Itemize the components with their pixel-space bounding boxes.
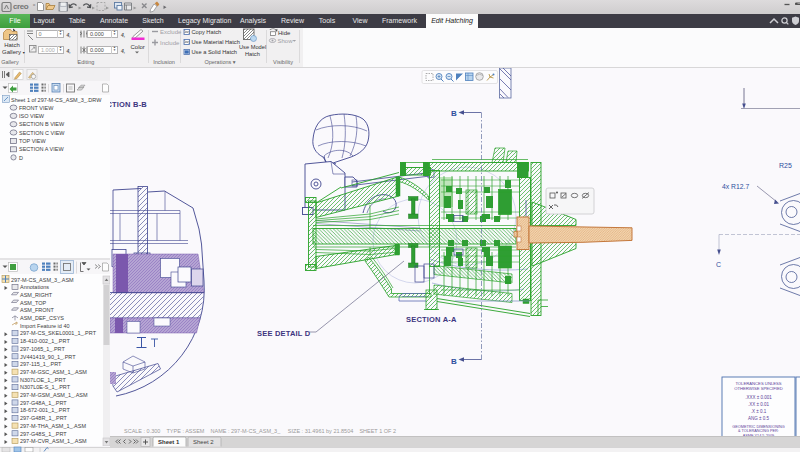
svg-text:297-M-GSC_ASM_1_.ASM: 297-M-GSC_ASM_1_.ASM <box>20 369 87 375</box>
svg-text:Hatch: Hatch <box>245 51 260 57</box>
svg-text:SECTION A-A: SECTION A-A <box>406 315 457 324</box>
svg-text:18-672-001_1_.PRT: 18-672-001_1_.PRT <box>20 407 70 413</box>
svg-text:TOP VIEW: TOP VIEW <box>19 138 47 144</box>
svg-text:Sheet 2: Sheet 2 <box>193 439 214 445</box>
svg-text:ASM_DEF_CSYS: ASM_DEF_CSYS <box>20 315 64 321</box>
svg-text:Import Feature id 40: Import Feature id 40 <box>20 323 70 329</box>
svg-text:4x R12.7: 4x R12.7 <box>722 183 749 190</box>
svg-text:N307LOE_1_.PRT: N307LOE_1_.PRT <box>20 377 66 383</box>
svg-text:.XX ± 0.01: .XX ± 0.01 <box>748 402 769 407</box>
svg-text:C: C <box>716 261 721 268</box>
svg-text:R25: R25 <box>779 162 792 169</box>
svg-text:SEE DETAIL D: SEE DETAIL D <box>257 329 311 338</box>
svg-text:297-M-CS_SKEL0001_1_.PRT: 297-M-CS_SKEL0001_1_.PRT <box>20 330 97 336</box>
svg-text:Include: Include <box>160 40 180 46</box>
svg-text:297-115_1_.PRT: 297-115_1_.PRT <box>20 361 62 367</box>
svg-text:N307L0E-S_1_.PRT: N307L0E-S_1_.PRT <box>20 384 71 390</box>
svg-text:4,: 4, <box>120 32 125 38</box>
svg-text:297-M-CVR_ASM_1_.ASM: 297-M-CVR_ASM_1_.ASM <box>20 438 87 444</box>
svg-text:D: D <box>19 155 23 161</box>
svg-text:Use Model: Use Model <box>239 44 266 50</box>
svg-text:4,: 4, <box>120 48 125 54</box>
svg-text:297-M-GSM_ASM_1_.ASM: 297-M-GSM_ASM_1_.ASM <box>20 392 88 398</box>
svg-text:FRONT VIEW: FRONT VIEW <box>19 105 54 111</box>
svg-text:B: B <box>451 357 457 366</box>
svg-text:Show: Show <box>278 38 294 44</box>
svg-text:.X ± 0.1: .X ± 0.1 <box>751 409 767 414</box>
svg-text:Hide: Hide <box>278 30 291 36</box>
svg-text:Exclude: Exclude <box>160 29 182 35</box>
svg-text:297-G48S_1_.PRT: 297-G48S_1_.PRT <box>20 431 67 437</box>
svg-text:o: o <box>33 2 36 7</box>
svg-text:Copy Hatch: Copy Hatch <box>192 29 222 35</box>
svg-text:297-M-CS_ASM_3_.ASM: 297-M-CS_ASM_3_.ASM <box>11 277 74 283</box>
svg-text:4,: 4, <box>66 48 71 54</box>
svg-text:ASM_FRONT: ASM_FRONT <box>20 307 55 313</box>
svg-text:SECTION B VIEW: SECTION B VIEW <box>19 121 65 127</box>
svg-text:ASM_RIGHT: ASM_RIGHT <box>20 292 53 298</box>
svg-text:ISO VIEW: ISO VIEW <box>19 113 45 119</box>
svg-text:Color: Color <box>131 44 145 50</box>
svg-text:SECTION C VIEW: SECTION C VIEW <box>19 130 65 136</box>
svg-text:ANG ± 0.5: ANG ± 0.5 <box>748 416 769 421</box>
svg-text:Use a Solid Hatch: Use a Solid Hatch <box>192 49 238 55</box>
svg-text:18-410-002_1_.PRT: 18-410-002_1_.PRT <box>20 338 70 344</box>
svg-text:SECTION A VIEW: SECTION A VIEW <box>19 146 64 152</box>
svg-text:Use Material Hatch: Use Material Hatch <box>192 39 240 45</box>
svg-text:297-1065_1_.PRT: 297-1065_1_.PRT <box>20 346 65 352</box>
svg-text:creo: creo <box>13 2 29 11</box>
svg-text:ASM_TOP: ASM_TOP <box>20 300 47 306</box>
svg-text:297-G48A_1_.PRT: 297-G48A_1_.PRT <box>20 400 67 406</box>
svg-text:B: B <box>451 109 457 118</box>
svg-text:SECTION B-B: SECTION B-B <box>110 100 147 109</box>
svg-text:297-M-THA_ASM_1_.ASM: 297-M-THA_ASM_1_.ASM <box>20 423 86 429</box>
svg-text:Annotations: Annotations <box>20 284 49 290</box>
svg-text:JV441419_90_1_.PRT: JV441419_90_1_.PRT <box>20 354 76 360</box>
svg-text:Sheet 1: Sheet 1 <box>158 439 180 445</box>
svg-text:.XXX ± 0.001: .XXX ± 0.001 <box>745 395 772 400</box>
svg-text:4,: 4, <box>66 32 71 38</box>
svg-text:297-G48R_1_.PRT: 297-G48R_1_.PRT <box>20 415 68 421</box>
svg-text:Sheet 1 of 297-M-CS_ASM_3_.DRW: Sheet 1 of 297-M-CS_ASM_3_.DRW <box>11 97 102 103</box>
svg-text:OTHERWISE SPECIFIED: OTHERWISE SPECIFIED <box>734 386 783 391</box>
